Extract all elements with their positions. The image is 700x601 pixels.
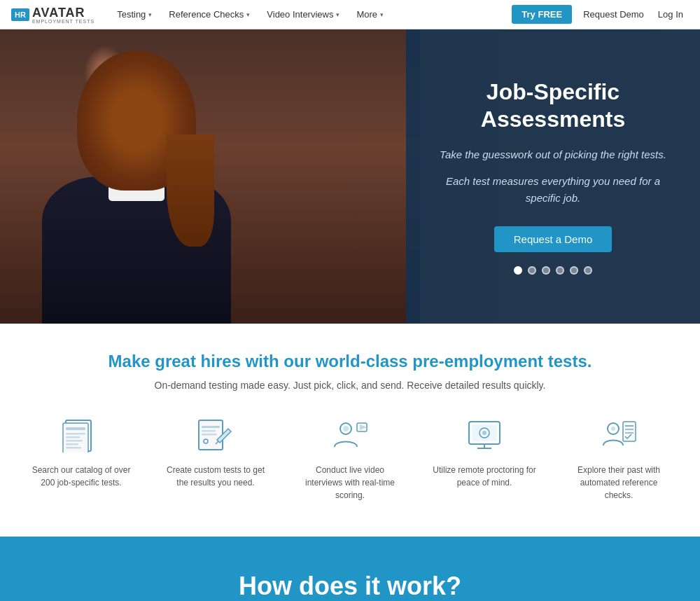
- nav-video-interviews[interactable]: Video Interviews ▾: [260, 0, 346, 29]
- hero-desc2: Each test measures everything you need f…: [434, 173, 672, 207]
- request-demo-nav-button[interactable]: Request Demo: [578, 9, 650, 20]
- feature-catalog-text: Search our catalog of over 200 job-speci…: [28, 464, 134, 489]
- nav-reference-checks[interactable]: Reference Checks ▾: [162, 0, 257, 29]
- hero-image: [0, 29, 420, 324]
- svg-rect-14: [202, 426, 220, 428]
- features-sub: On-demand testing made easy. Just pick, …: [28, 380, 672, 391]
- catalog-icon: [59, 416, 104, 454]
- svg-rect-12: [66, 447, 81, 449]
- svg-point-31: [611, 427, 615, 431]
- svg-rect-7: [66, 427, 85, 430]
- hero-cta-button[interactable]: Request a Demo: [494, 226, 612, 252]
- logo-name: AVATAR: [32, 6, 85, 20]
- feature-custom: Create custom tests to get the results y…: [162, 416, 269, 502]
- feature-proctor: Utilize remote proctoring for peace of m…: [431, 416, 538, 502]
- nav-testing[interactable]: Testing ▾: [110, 0, 159, 29]
- svg-rect-16: [202, 434, 217, 436]
- logo-hr: HR: [11, 8, 29, 21]
- login-button[interactable]: Log In: [652, 9, 689, 20]
- feature-reference: Explore their past with automated refere…: [566, 416, 672, 502]
- chevron-down-icon: ▾: [246, 11, 250, 18]
- chevron-down-icon: ▾: [336, 11, 340, 18]
- features-grid: Search our catalog of over 200 job-speci…: [28, 416, 672, 502]
- dot-2[interactable]: [528, 266, 536, 275]
- feature-catalog: Search our catalog of over 200 job-speci…: [28, 416, 134, 502]
- how-title: How does it work?: [42, 572, 658, 601]
- svg-rect-11: [66, 443, 78, 445]
- dot-6[interactable]: [584, 266, 592, 275]
- proctor-icon: [462, 416, 507, 454]
- nav-more[interactable]: More ▾: [349, 0, 391, 29]
- feature-video-text: Conduct live video interviews with real-…: [297, 464, 403, 502]
- feature-proctor-text: Utilize remote proctoring for peace of m…: [431, 464, 538, 489]
- video-icon: [328, 416, 372, 454]
- svg-point-20: [343, 426, 349, 431]
- svg-point-26: [482, 431, 486, 435]
- hero-panel: Job-Specific Assessments Take the guessw…: [406, 29, 700, 324]
- svg-rect-8: [66, 433, 85, 435]
- feature-custom-text: Create custom tests to get the results y…: [162, 464, 269, 489]
- feature-video: Conduct live video interviews with real-…: [297, 416, 403, 502]
- hero-hair: [77, 50, 196, 191]
- svg-rect-15: [202, 430, 216, 432]
- svg-rect-10: [66, 440, 83, 442]
- hero-section: Job-Specific Assessments Take the guessw…: [0, 29, 700, 324]
- chevron-down-icon: ▾: [148, 11, 152, 18]
- navbar: HR AVATAR EMPLOYMENT TESTS Testing ▾ Ref…: [0, 0, 700, 29]
- svg-rect-9: [66, 436, 80, 438]
- reference-icon: [596, 416, 641, 454]
- logo[interactable]: HR AVATAR EMPLOYMENT TESTS: [11, 6, 94, 24]
- hero-desc1: Take the guesswork out of picking the ri…: [440, 146, 666, 163]
- custom-tests-icon: [193, 416, 238, 454]
- feature-reference-text: Explore their past with automated refere…: [566, 464, 672, 502]
- try-free-button[interactable]: Try FREE: [512, 5, 572, 24]
- hero-dots: [514, 266, 592, 275]
- hero-title: Job-Specific Assessments: [434, 78, 672, 132]
- dot-5[interactable]: [570, 266, 578, 275]
- features-headline: Make great hires with our world-class pr…: [28, 352, 672, 371]
- logo-sub: EMPLOYMENT TESTS: [32, 19, 94, 24]
- dot-1[interactable]: [514, 266, 522, 275]
- dot-3[interactable]: [542, 266, 550, 275]
- svg-rect-32: [623, 422, 636, 441]
- svg-marker-22: [360, 424, 367, 430]
- features-section: Make great hires with our world-class pr…: [0, 324, 700, 537]
- how-section: How does it work? 1 Search our assessmen…: [0, 537, 700, 601]
- chevron-down-icon: ▾: [380, 11, 384, 18]
- dot-4[interactable]: [556, 266, 564, 275]
